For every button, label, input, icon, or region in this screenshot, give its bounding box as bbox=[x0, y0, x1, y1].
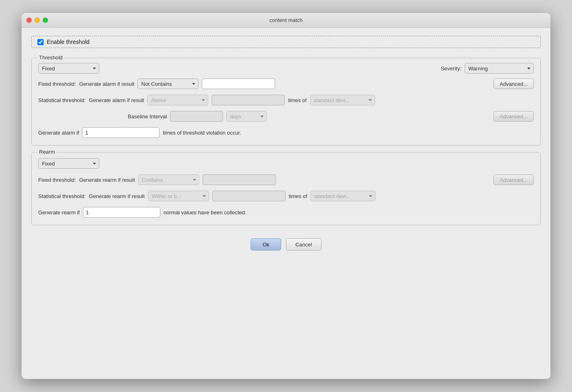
threshold-section: Threshold Fixed Statistical Severity: Wa… bbox=[31, 58, 541, 146]
rearm-fixed-generate-text: Generate rearm if result bbox=[79, 177, 135, 183]
rearm-fixed-label: Fixed threshold: bbox=[38, 177, 76, 183]
statistical-times-input[interactable] bbox=[212, 95, 285, 105]
rearm-section-content: Fixed Statistical Fixed threshold: Gener… bbox=[38, 157, 534, 218]
rearm-statistical-times-input[interactable] bbox=[212, 191, 286, 201]
generate-alarm-row: Generate alarm if times of threshold vio… bbox=[38, 126, 534, 139]
fixed-condition-select[interactable]: Not Contains Contains Above Below Equal … bbox=[138, 78, 199, 89]
footer-buttons: Ok Cancel bbox=[31, 232, 541, 254]
content-area: Enable threshold Threshold Fixed Statist… bbox=[22, 28, 550, 379]
ok-button[interactable]: Ok bbox=[251, 238, 281, 250]
baseline-value-input[interactable] bbox=[170, 111, 223, 122]
generate-rearm-label: Generate rearm if bbox=[38, 209, 80, 216]
severity-group: Severity: Warning Critical Major Minor I… bbox=[441, 63, 534, 74]
generate-alarm-count-input[interactable] bbox=[82, 127, 159, 138]
enable-threshold-label[interactable]: Enable threshold bbox=[37, 39, 535, 45]
fixed-advanced-button[interactable]: Advanced... bbox=[493, 78, 534, 89]
fixed-generate-text: Generate alarm if result bbox=[79, 81, 135, 87]
statistical-advanced-button[interactable]: Advanced... bbox=[493, 111, 534, 122]
generate-rearm-count-input[interactable] bbox=[83, 207, 160, 218]
statistical-generate-text: Generate alarm if result bbox=[89, 97, 144, 103]
threshold-type-severity-row: Fixed Statistical Severity: Warning Crit… bbox=[38, 63, 534, 74]
rearm-fixed-threshold-row: Fixed threshold: Generate rearm if resul… bbox=[38, 174, 534, 186]
rearm-statistical-condition-select[interactable]: Within or b... Above Below bbox=[148, 191, 209, 201]
rearm-statistical-label: Statistical threshold: bbox=[38, 193, 85, 199]
enable-threshold-checkbox[interactable] bbox=[37, 39, 44, 45]
enable-threshold-text: Enable threshold bbox=[47, 39, 90, 45]
fixed-threshold-label: Fixed threshold: bbox=[38, 81, 76, 87]
main-window: content match Enable threshold Threshold… bbox=[22, 13, 550, 379]
enable-threshold-wrapper: Enable threshold bbox=[31, 36, 541, 48]
rearm-statistical-stddev-select[interactable]: standard devi... standard deviation mean bbox=[310, 191, 376, 201]
rearm-type-row: Fixed Statistical bbox=[38, 157, 534, 170]
statistical-threshold-row: Statistical threshold: Generate alarm if… bbox=[38, 94, 534, 106]
fixed-threshold-row: Fixed threshold: Generate alarm if resul… bbox=[38, 78, 534, 90]
rearm-advanced-button[interactable]: Advanced... bbox=[493, 174, 534, 185]
traffic-lights bbox=[26, 17, 48, 23]
rearm-statistical-threshold-row: Statistical threshold: Generate rearm if… bbox=[38, 190, 534, 202]
baseline-interval-row: Baseline Interval days hours minutes Adv… bbox=[128, 110, 534, 122]
threshold-section-content: Fixed Statistical Severity: Warning Crit… bbox=[38, 63, 534, 139]
rearm-times-of-label: times of bbox=[289, 193, 308, 199]
titlebar: content match bbox=[22, 13, 550, 28]
statistical-condition-select[interactable]: Above Below Within or below bbox=[147, 95, 208, 105]
rearm-fixed-value-input[interactable] bbox=[203, 174, 276, 185]
generate-alarm-suffix: times of threshold violation occur. bbox=[163, 130, 241, 136]
severity-select[interactable]: Warning Critical Major Minor Information… bbox=[465, 63, 534, 74]
statistical-stddev-select[interactable]: standard devi... standard deviation mean bbox=[310, 95, 375, 105]
window-title: content match bbox=[269, 17, 303, 23]
times-of-label: times of bbox=[288, 97, 307, 103]
baseline-days-select[interactable]: days hours minutes bbox=[226, 111, 267, 122]
threshold-section-title: Threshold bbox=[37, 54, 64, 61]
severity-label: Severity: bbox=[441, 65, 461, 72]
rearm-type-select[interactable]: Fixed Statistical bbox=[38, 158, 99, 169]
maximize-button[interactable] bbox=[43, 17, 48, 23]
generate-rearm-row: Generate rearm if normal values have bee… bbox=[38, 206, 534, 218]
rearm-fixed-condition-select[interactable]: Contains Not Contains Above Below Equal … bbox=[138, 174, 199, 185]
close-button[interactable] bbox=[26, 17, 32, 23]
rearm-section-title: Rearm bbox=[37, 149, 57, 155]
generate-alarm-label: Generate alarm if bbox=[38, 130, 79, 136]
minimize-button[interactable] bbox=[35, 17, 40, 23]
fixed-value-input[interactable] bbox=[202, 78, 275, 89]
rearm-section: Rearm Fixed Statistical Fixed threshold:… bbox=[31, 152, 541, 225]
statistical-threshold-label: Statistical threshold: bbox=[38, 97, 85, 103]
generate-rearm-suffix: normal values have been collected. bbox=[164, 209, 247, 216]
baseline-label: Baseline Interval bbox=[128, 113, 167, 120]
threshold-type-select[interactable]: Fixed Statistical bbox=[38, 63, 99, 74]
rearm-statistical-generate-text: Generate rearm if result bbox=[89, 193, 144, 199]
cancel-button[interactable]: Cancel bbox=[286, 238, 321, 250]
